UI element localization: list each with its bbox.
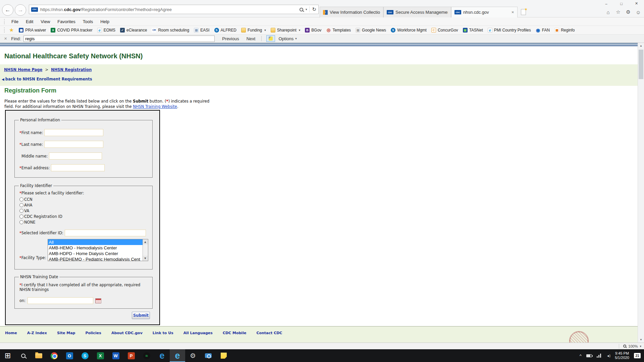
radio-aha[interactable] [19, 203, 23, 207]
radio-ccn[interactable] [19, 197, 23, 201]
taskbar-internet-explorer[interactable]: e [170, 349, 185, 362]
menu-favorites[interactable]: Favorites [54, 19, 79, 24]
facility-type-listbox[interactable]: All AMB-HEMO - Hemodialysis Center AMB-H… [48, 239, 148, 261]
training-date-field[interactable] [28, 297, 93, 304]
new-tab-button[interactable]: ★ [518, 7, 529, 17]
taskbar-file-explorer[interactable] [31, 349, 46, 362]
favorite-pra-waiver[interactable]: ▦PRA waiver [16, 28, 48, 33]
footer-link-all-languages[interactable]: All Languages [183, 331, 213, 335]
find-previous-button[interactable]: Previous [222, 36, 239, 41]
find-next-button[interactable]: Next [247, 36, 256, 41]
favorite-templates[interactable]: ◎Templates [324, 28, 353, 33]
radio-va[interactable] [19, 209, 23, 213]
network-icon[interactable] [597, 354, 602, 358]
back-button[interactable]: ← [2, 4, 13, 16]
search-icon[interactable] [300, 8, 303, 11]
favorite-easi[interactable]: ▤EASI [192, 28, 212, 33]
scroll-up-icon[interactable]: ▲ [143, 239, 148, 244]
facility-type-option[interactable]: AMB-PEDHEMO - Pediatric Hemodialysis Cen… [48, 256, 143, 261]
scrollbar-thumb[interactable] [639, 50, 643, 79]
favorite-pmi-country-profiles[interactable]: ePMI Country Profiles [485, 28, 533, 33]
footer-link-site-map[interactable]: Site Map [57, 331, 75, 335]
favorite-funding[interactable]: Funding▾ [239, 28, 268, 33]
menu-view[interactable]: View [37, 19, 54, 24]
refresh-icon[interactable]: ↻ [312, 6, 316, 12]
hidden-icons-caret[interactable]: ^ [580, 353, 582, 358]
taskbar-edge[interactable]: e [154, 349, 170, 362]
selected-identifier-field[interactable] [65, 230, 146, 236]
scroll-down-icon[interactable]: ▼ [638, 337, 644, 343]
footer-link-contact-cdc[interactable]: Contact CDC [256, 331, 282, 335]
taskbar-word[interactable]: W [108, 349, 123, 362]
action-center-icon[interactable]: 21 [634, 353, 641, 358]
favorite-google-news[interactable]: ▤Google News [353, 28, 388, 33]
first-name-field[interactable] [44, 129, 103, 136]
address-bar[interactable]: CDC https://nhsn.cdc.gov/RegistrationFor… [29, 5, 319, 14]
breadcrumb-current-link[interactable]: NHSN Registration [51, 67, 92, 72]
favorite-room-scheduling[interactable]: CRRoom scheduling [149, 28, 192, 33]
back-to-enrollment-link[interactable]: ◀back to NHSN Enrollment Requirements [2, 77, 92, 81]
tab-close-icon[interactable]: ✕ [512, 10, 514, 14]
close-button[interactable]: ✕ [629, 0, 644, 7]
menu-tools[interactable]: Tools [79, 19, 97, 24]
tab-view-information-collection[interactable]: i View Information Collection R... [320, 7, 383, 17]
nhsn-training-website-link[interactable]: NHSN Training Website [133, 104, 177, 109]
middle-name-field[interactable] [49, 153, 102, 160]
footer-link-policies[interactable]: Policies [85, 331, 101, 335]
favorite-sharepoint[interactable]: Sharepoint▾ [268, 28, 303, 33]
facility-type-option[interactable]: AMB-HDPD - Home Dialysis Center [48, 251, 143, 256]
menu-edit[interactable]: Edit [22, 19, 37, 24]
menu-help[interactable]: Help [97, 19, 113, 24]
radio-cdc-registration-id[interactable] [19, 215, 23, 219]
listbox-scrollbar[interactable]: ▲ ▼ [143, 239, 148, 261]
find-input[interactable] [23, 36, 215, 42]
search-caret-icon[interactable]: ▾ [306, 8, 307, 11]
favorite-eclearance[interactable]: ✓eClearance [118, 28, 149, 33]
taskbar-camera[interactable] [201, 349, 216, 362]
footer-link-cdc-mobile[interactable]: CDC Mobile [223, 331, 247, 335]
favorite-workforce-mgmt[interactable]: SWorkforce Mgmt [388, 28, 429, 33]
submit-button[interactable]: Submit [132, 312, 150, 319]
radio-none[interactable] [19, 220, 23, 224]
add-favorite-icon[interactable]: ★ [9, 27, 14, 33]
tab-nhsn-cdc-gov[interactable]: CDC nhsn.cdc.gov ✕ [451, 7, 518, 17]
email-field[interactable] [51, 164, 105, 171]
maximize-button[interactable]: □ [614, 0, 629, 7]
feedback-smiley-icon[interactable]: ☺ [634, 9, 643, 15]
battery-icon[interactable] [586, 354, 592, 357]
minimize-button[interactable]: – [599, 0, 614, 7]
find-options-button[interactable]: Options▾ [278, 36, 297, 41]
calendar-icon[interactable] [95, 298, 101, 303]
footer-link-az-index[interactable]: A-Z Index [27, 331, 47, 335]
favorite-alfred[interactable]: SALFRED [212, 28, 239, 33]
favorite-fan[interactable]: ◉FAN [533, 28, 552, 33]
favorite-concurgov[interactable]: CConcurGov [429, 28, 461, 33]
taskbar-search[interactable] [15, 349, 31, 362]
taskbar-clock[interactable]: 9:45 PM 5/1/2020 [615, 351, 629, 360]
favorite-tasnet[interactable]: ▣TASNet [461, 28, 485, 33]
favorite-bgov[interactable]: BBGov [303, 28, 324, 33]
volume-icon[interactable]: ◄) [606, 354, 610, 358]
taskbar-spotify[interactable]: ≈ [139, 349, 154, 362]
tab-secure-access-management[interactable]: CDC Secure Access Management Se... [383, 7, 451, 17]
highlight-all-button[interactable] [266, 35, 275, 42]
favorite-reginfo[interactable]: ▦Reginfo [552, 28, 577, 33]
home-icon[interactable]: ⌂ [604, 9, 612, 15]
zoom-control[interactable]: 100% ▾ [619, 343, 641, 349]
taskbar-excel[interactable]: X [93, 349, 108, 362]
scroll-down-icon[interactable]: ▼ [143, 256, 148, 261]
taskbar-sticky-notes[interactable] [216, 349, 231, 362]
scroll-up-icon[interactable]: ▲ [638, 43, 644, 49]
taskbar-chrome[interactable] [46, 349, 62, 362]
taskbar-outlook[interactable]: O [62, 349, 77, 362]
breadcrumb-home-link[interactable]: NHSN Home Page [4, 67, 42, 72]
favorite-covid-pra-tracker[interactable]: XCOVID PRA tracker [48, 28, 95, 33]
favorite-eoms[interactable]: eEOMS [95, 28, 118, 33]
forward-button[interactable]: → [15, 4, 26, 16]
footer-link-home[interactable]: Home [5, 331, 17, 335]
footer-link-link-to-us[interactable]: Link to Us [153, 331, 173, 335]
facility-type-option-all[interactable]: All [48, 239, 143, 245]
footer-link-about-cdc[interactable]: About CDC.gov [111, 331, 143, 335]
page-scrollbar[interactable]: ▲ ▼ [638, 43, 644, 343]
facility-type-option[interactable]: AMB-HEMO - Hemodialysis Center [48, 245, 143, 251]
